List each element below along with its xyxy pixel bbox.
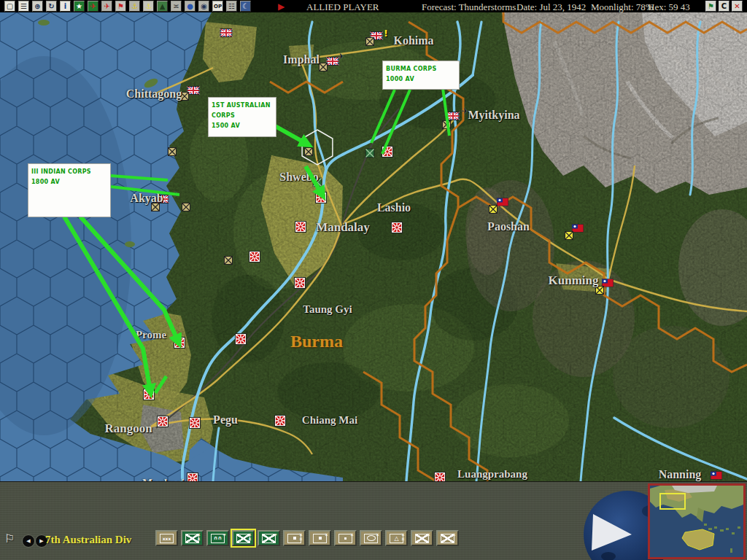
unit-symbol: xxx xyxy=(160,534,174,543)
flag-toggle-button[interactable]: ⚑ xyxy=(705,1,716,12)
selected-unit-name: 7th Australian Div xyxy=(45,534,131,546)
jp-unit-icon[interactable] xyxy=(294,277,306,289)
game-screen: { "title_bar": { "player": "ALLIED PLAYE… xyxy=(0,0,747,560)
op-report-icon[interactable]: OP xyxy=(212,1,223,12)
task-force-icon[interactable]: ⚓ xyxy=(143,1,154,12)
star-icon[interactable]: ★ xyxy=(74,1,85,12)
unit-hq-button[interactable]: xxx xyxy=(155,530,178,546)
unit-button-row: xxxxx∩∩=xx=xxxxx△xxxx xyxy=(155,530,459,546)
unit-infantry-4-button[interactable]: x xyxy=(436,530,459,546)
strategic-map[interactable]: !✈✈✈KohimaImphalChittagongMyitkyinaShweb… xyxy=(0,12,747,481)
unit-size-marks: x xyxy=(375,532,380,537)
window-buttons: ⚑C✕ xyxy=(703,1,743,12)
city-label-taung-gyi: Taung Gyi xyxy=(303,303,352,316)
close-button[interactable]: ✕ xyxy=(732,1,743,12)
minimap[interactable] xyxy=(648,483,746,559)
jp-unit-icon[interactable] xyxy=(274,415,286,427)
info-icon[interactable]: i xyxy=(60,1,71,12)
unit-armor-button[interactable]: x xyxy=(360,530,382,546)
unit-infantry-3-button[interactable]: x xyxy=(411,530,433,546)
jp-unit-icon[interactable] xyxy=(174,337,185,349)
ys-unit-icon[interactable] xyxy=(565,231,573,240)
unit-layer: !✈✈✈KohimaImphalChittagongMyitkyinaShweb… xyxy=(0,12,747,481)
gu-unit-icon[interactable] xyxy=(365,149,375,158)
unit-infantry-2-button[interactable]: = xyxy=(258,530,280,546)
terrain-icon[interactable]: ▲ xyxy=(157,1,168,12)
jp-unit-icon[interactable] xyxy=(382,146,393,158)
unit-size-marks: = xyxy=(222,532,227,537)
c-button[interactable]: C xyxy=(719,1,729,12)
save-icon[interactable]: ▢ xyxy=(4,1,15,12)
sup-unit-icon[interactable] xyxy=(182,203,190,211)
zoom-in-icon[interactable]: ⊕ xyxy=(32,1,43,12)
sup-unit-icon[interactable] xyxy=(442,120,451,129)
flag-mode-icon[interactable]: ⚑ xyxy=(115,1,126,12)
city-label-chittagong: Chittagong xyxy=(126,88,182,101)
unit-artillery-1-button[interactable]: xx xyxy=(283,530,306,546)
unit-size-marks: x xyxy=(349,532,355,537)
unit-size-marks: xx xyxy=(400,532,406,541)
cn-unit-icon[interactable] xyxy=(572,225,584,233)
globe-zoom-icon[interactable]: ◉ xyxy=(198,1,209,12)
unit-motorized-button[interactable]: ∩∩= xyxy=(206,530,229,546)
hex-coords-label: Hex: 59 43 xyxy=(648,1,690,13)
unit-size-marks: x xyxy=(452,532,457,537)
prev-unit-button[interactable]: ◀ xyxy=(22,534,35,548)
unit-infantry-selected-button[interactable]: xx xyxy=(232,530,255,546)
jp-unit-icon[interactable] xyxy=(315,192,327,203)
plane-unit-icon: ✈ xyxy=(461,110,468,112)
jp-unit-icon[interactable] xyxy=(235,333,247,345)
uk-unit-icon[interactable] xyxy=(187,86,200,95)
jp-unit-icon[interactable] xyxy=(157,416,169,427)
jp-unit-icon[interactable] xyxy=(434,472,446,481)
naval-icon[interactable]: ⚓ xyxy=(129,1,140,12)
city-label-rangoon: Rangoon xyxy=(104,421,152,436)
sup-unit-icon[interactable] xyxy=(304,147,313,156)
uk-unit-icon[interactable] xyxy=(447,112,460,120)
unit-size-marks: xx xyxy=(298,532,303,541)
jp-unit-icon[interactable] xyxy=(391,222,403,233)
unit-aa-button[interactable]: △xx xyxy=(385,530,408,546)
flag-toggle-icon[interactable]: ⚐ xyxy=(4,532,15,545)
jp-unit-icon[interactable] xyxy=(249,251,260,262)
unit-mortar-button[interactable]: x xyxy=(334,530,357,546)
sup-unit-icon[interactable] xyxy=(319,63,328,71)
bridge-icon[interactable]: ≍ xyxy=(171,1,182,12)
cn-unit-icon[interactable] xyxy=(711,472,722,480)
player-label: ALLIED PLAYER xyxy=(306,1,379,13)
ruler-icon[interactable]: ☷ xyxy=(226,1,237,12)
jp-unit-icon[interactable] xyxy=(295,221,306,233)
jp-unit-icon[interactable] xyxy=(189,417,201,429)
jp-unit-icon[interactable] xyxy=(143,389,155,400)
sup-unit-icon[interactable] xyxy=(365,37,374,46)
city-label-shwebo: Shwebo xyxy=(279,171,318,184)
unit-size-marks: = xyxy=(273,532,278,537)
end-turn-icon[interactable]: ▶ xyxy=(276,1,287,12)
air-combat-icon[interactable]: ✈ xyxy=(88,1,98,12)
uk-unit-icon[interactable] xyxy=(220,28,233,37)
plane-unit-icon: ✈ xyxy=(337,55,344,57)
ys-unit-icon[interactable] xyxy=(489,205,498,214)
sup-unit-icon[interactable] xyxy=(168,147,177,156)
unit-artillery-2-button[interactable]: x xyxy=(309,530,331,546)
sup-unit-icon[interactable] xyxy=(224,256,233,265)
moonlight-label: Moonlight: 78% xyxy=(591,1,654,13)
unit-size-marks: xx xyxy=(247,532,252,541)
unit-size-marks: x xyxy=(324,532,329,537)
air-transfer-icon[interactable]: ✈ xyxy=(101,1,112,12)
report-icon[interactable]: ☰ xyxy=(18,1,29,12)
city-label-imphal: Imphal xyxy=(283,53,320,66)
city-label-kunming: Kunming xyxy=(549,273,599,288)
city-label-myitkyina: Myitkyina xyxy=(468,109,519,122)
city-label-prome: Prome xyxy=(136,329,166,341)
toolbar: ▢☰⊕↻i★✈✈⚑⚓⚓▲≍●◉OP☷☾ xyxy=(4,1,254,12)
globe-icon[interactable]: ● xyxy=(185,1,196,12)
weather-icon[interactable]: ☾ xyxy=(240,1,251,12)
date-label: Date: Jul 23, 1942 xyxy=(516,1,586,13)
city-label-luangprabang: Luangprabang xyxy=(457,468,527,481)
unit-infantry-1-button[interactable]: xx xyxy=(181,530,204,546)
unit-size-marks: xx xyxy=(196,532,201,541)
zoom-cycle-icon[interactable]: ↻ xyxy=(46,1,57,12)
cn-unit-icon[interactable] xyxy=(497,198,508,206)
unit-size-marks: x xyxy=(426,532,431,537)
